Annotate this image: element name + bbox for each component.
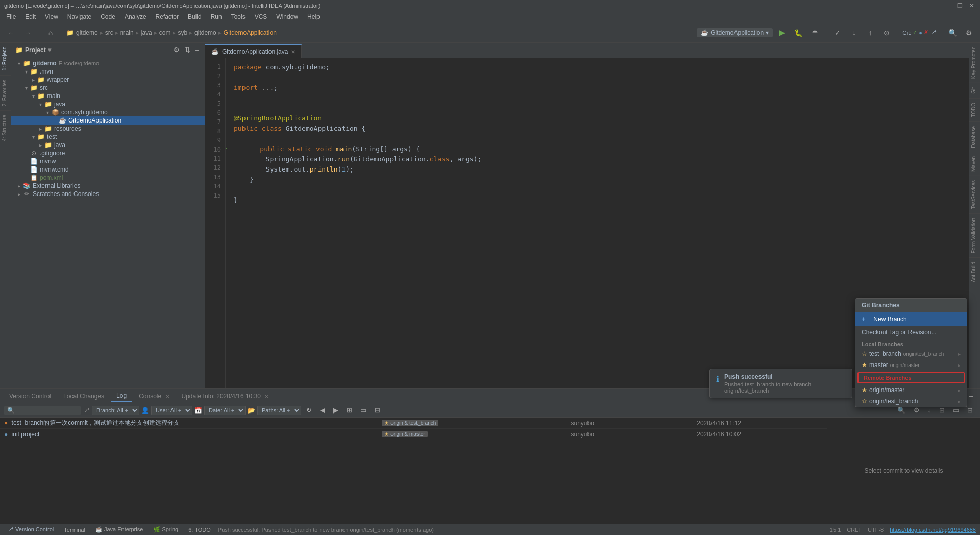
tree-item-java-test[interactable]: ▸ 📁 java bbox=[11, 141, 205, 149]
close-button[interactable]: ✕ bbox=[968, 2, 976, 10]
bc-gitdemo[interactable]: gitdemo bbox=[76, 29, 98, 36]
paths-select[interactable]: Paths: All ÷ bbox=[257, 406, 301, 415]
left-tab-favorites[interactable]: 2: Favorites bbox=[0, 75, 11, 110]
run-gutter-icon-9[interactable]: ▶ bbox=[226, 144, 227, 153]
bc-gitdemo2[interactable]: gitdemo bbox=[194, 29, 216, 36]
restore-button[interactable]: ❐ bbox=[955, 2, 964, 10]
branch-item-origin-test[interactable]: ☆ origin/test_branch ▸ bbox=[855, 396, 967, 407]
bottom-hide[interactable]: – bbox=[966, 391, 976, 401]
tab-console[interactable]: Console ✕ bbox=[134, 391, 174, 402]
tab-update-info[interactable]: Update Info: 2020/4/16 10:30 ✕ bbox=[177, 391, 274, 402]
terminal-tab-btn[interactable]: Terminal bbox=[61, 526, 88, 534]
branch-item-master[interactable]: ★ master origin/master ▸ bbox=[855, 359, 967, 371]
coverage-button[interactable]: ☂ bbox=[807, 26, 822, 40]
tab-gitdemo-app[interactable]: ☕ GitdemoApplication.java ✕ bbox=[205, 44, 302, 58]
refresh-log[interactable]: ↻ bbox=[303, 405, 315, 415]
right-tab-maven[interactable]: Maven bbox=[969, 152, 980, 176]
right-tab-todo[interactable]: TODO bbox=[969, 98, 980, 121]
tree-item-ext-libs[interactable]: ▸ 📚 External Libraries bbox=[11, 182, 205, 190]
config-dropdown[interactable]: ▾ bbox=[766, 29, 769, 36]
log-expand[interactable]: ⊞ bbox=[344, 405, 355, 415]
search-everywhere[interactable]: 🔍 bbox=[945, 26, 960, 40]
tree-item-resources[interactable]: ▸ 📁 resources bbox=[11, 125, 205, 133]
right-tab-git[interactable]: Git bbox=[969, 83, 980, 98]
checkout-revision-button[interactable]: Checkout Tag or Revision... bbox=[855, 326, 967, 339]
user-select[interactable]: User: All ÷ bbox=[151, 406, 192, 415]
menu-vcs[interactable]: VCS bbox=[251, 12, 272, 21]
right-tab-testservices[interactable]: TestServices bbox=[969, 176, 980, 213]
settings-button[interactable]: ⚙ bbox=[962, 26, 976, 40]
menu-view[interactable]: View bbox=[41, 12, 62, 21]
bc-src[interactable]: src bbox=[105, 29, 113, 36]
tree-item-root[interactable]: ▾ 📁 gitdemo E:\code\gitdemo bbox=[11, 59, 205, 67]
tab-local-changes[interactable]: Local Changes bbox=[58, 391, 109, 402]
sidebar-sort[interactable]: ⇅ bbox=[183, 45, 192, 54]
toolbar-back[interactable]: ← bbox=[4, 26, 18, 40]
run-button[interactable]: ▶ bbox=[775, 26, 789, 40]
sidebar-collapse[interactable]: – bbox=[194, 45, 201, 54]
tree-item-wrapper[interactable]: ▸ 📁 wrapper bbox=[11, 76, 205, 84]
minimize-button[interactable]: ─ bbox=[943, 2, 951, 10]
bc-main[interactable]: main bbox=[120, 29, 134, 36]
tree-item-package[interactable]: ▾ 📦 com.syb.gitdemo bbox=[11, 108, 205, 116]
tree-item-mvnw-cmd[interactable]: ▸ 📄 mvnw.cmd bbox=[11, 165, 205, 174]
tree-item-gitignore[interactable]: ▸ ⊙ .gitignore bbox=[11, 149, 205, 157]
toolbar-fwd[interactable]: → bbox=[20, 26, 35, 40]
tree-item-pom[interactable]: ▸ 📋 pom.xml bbox=[11, 174, 205, 182]
log-prev[interactable]: ◀ bbox=[317, 405, 328, 415]
console-close[interactable]: ✕ bbox=[165, 394, 169, 399]
line-ending[interactable]: CRLF bbox=[847, 527, 862, 533]
log-row-1[interactable]: ● test_branch的第一次commit，测试通过本地分支创建远程分支 ★… bbox=[0, 418, 827, 429]
menu-code[interactable]: Code bbox=[96, 12, 119, 21]
charset[interactable]: UTF-8 bbox=[868, 527, 884, 533]
log-view1[interactable]: ▭ bbox=[357, 405, 370, 415]
menu-help[interactable]: Help bbox=[303, 12, 324, 21]
toolbar-home[interactable]: ⌂ bbox=[43, 26, 58, 40]
external-link[interactable]: https://blog.csdn.net/qq919694688 bbox=[890, 527, 976, 533]
menu-refactor[interactable]: Refactor bbox=[152, 12, 183, 21]
update-button[interactable]: ↓ bbox=[847, 26, 861, 40]
menu-build[interactable]: Build bbox=[184, 12, 206, 21]
log-search-input[interactable] bbox=[17, 407, 78, 414]
new-branch-button[interactable]: + + New Branch bbox=[855, 312, 967, 326]
menu-run[interactable]: Run bbox=[207, 12, 226, 21]
log-row-2[interactable]: ● init project ★ origin & master sunyubo… bbox=[0, 429, 827, 440]
todo-tab-btn[interactable]: 6: TODO bbox=[185, 526, 214, 534]
version-control-tab-btn[interactable]: ⎇ Version Control bbox=[4, 525, 57, 534]
menu-window[interactable]: Window bbox=[272, 12, 302, 21]
menu-file[interactable]: File bbox=[2, 12, 20, 21]
tree-item-java-dir[interactable]: ▾ 📁 java bbox=[11, 100, 205, 108]
branch-select[interactable]: Branch: All ÷ bbox=[92, 406, 139, 415]
tree-item-main[interactable]: ▾ 📁 main bbox=[11, 92, 205, 100]
tree-item-scratches[interactable]: ▸ ✏ Scratches and Consoles bbox=[11, 190, 205, 198]
sidebar-settings[interactable]: ⚙ bbox=[172, 45, 181, 54]
java-enterprise-tab-btn[interactable]: ☕ Java Enterprise bbox=[92, 525, 146, 534]
right-tab-database[interactable]: Database bbox=[969, 121, 980, 152]
menu-navigate[interactable]: Navigate bbox=[63, 12, 95, 21]
update-close[interactable]: ✕ bbox=[264, 394, 268, 399]
bc-java[interactable]: java bbox=[141, 29, 152, 36]
history-button[interactable]: ⊙ bbox=[879, 26, 894, 40]
project-dropdown[interactable]: ▾ bbox=[48, 46, 51, 54]
tab-version-control[interactable]: Version Control bbox=[4, 391, 56, 402]
branch-item-test-branch[interactable]: ☆ test_branch origin/test_branch ▸ bbox=[855, 348, 967, 359]
right-tab-key-promoter[interactable]: Key Promoter bbox=[969, 43, 980, 83]
left-tab-structure[interactable]: 4: Structure bbox=[0, 110, 11, 145]
tab-log[interactable]: Log bbox=[111, 390, 132, 402]
tree-item-test[interactable]: ▾ 📁 test bbox=[11, 133, 205, 141]
bc-syb[interactable]: syb bbox=[178, 29, 187, 36]
tree-item-mvn[interactable]: ▾ 📁 .mvn bbox=[11, 67, 205, 76]
right-tab-ant-build[interactable]: Ant Build bbox=[969, 257, 980, 286]
run-config[interactable]: ☕ GitdemoApplication ▾ bbox=[697, 28, 773, 37]
code-area[interactable]: package com.syb.gitdemo; import ...; ▶ 🔵 bbox=[226, 58, 963, 388]
cursor-position[interactable]: 15:1 bbox=[830, 527, 841, 533]
tree-item-mvnw[interactable]: ▸ 📄 mvnw bbox=[11, 157, 205, 165]
branch-item-origin-master[interactable]: ★ origin/master ▸ bbox=[855, 384, 967, 396]
spring-tab-btn[interactable]: 🌿 Spring bbox=[150, 525, 181, 534]
push-button[interactable]: ↑ bbox=[863, 26, 877, 40]
log-search[interactable]: 🔍 bbox=[4, 406, 81, 415]
tab-close[interactable]: ✕ bbox=[291, 49, 295, 55]
tree-item-gitdemo-app[interactable]: ▸ ☕ GitdemoApplication bbox=[11, 116, 205, 125]
bc-com[interactable]: com bbox=[159, 29, 171, 36]
date-select[interactable]: Date: All ÷ bbox=[204, 406, 246, 415]
